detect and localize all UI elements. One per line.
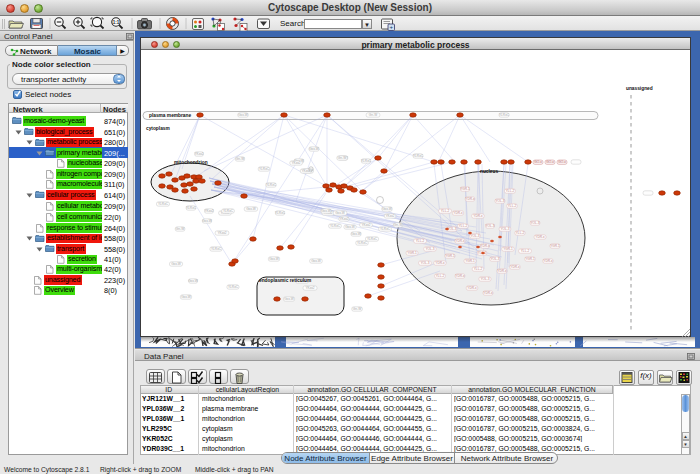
svg-text:Gxx-W: Gxx-W	[238, 113, 248, 117]
svg-text:YLRxC: YLRxC	[186, 206, 197, 210]
svg-text:YLL-2: YLL-2	[416, 239, 425, 243]
svg-text:YDR-x: YDR-x	[455, 274, 465, 278]
svg-text:YDR-x: YDR-x	[535, 235, 545, 239]
svg-text:Gxx-W: Gxx-W	[188, 279, 198, 283]
svg-text:YKxx2: YKxx2	[194, 152, 203, 156]
svg-text:unassigned: unassigned	[626, 86, 653, 91]
svg-text:YLRxC: YLRxC	[259, 167, 270, 171]
svg-text:Gxx-W: Gxx-W	[321, 209, 331, 213]
svg-text:YDR-x: YDR-x	[467, 286, 477, 290]
svg-text:Gn-W: Gn-W	[394, 223, 402, 227]
svg-text:plasma membrane: plasma membrane	[149, 113, 191, 118]
svg-text:Gxx-W: Gxx-W	[382, 207, 392, 211]
svg-text:YLL-2: YLL-2	[521, 249, 530, 253]
svg-text:YGR-1: YGR-1	[525, 257, 535, 261]
svg-text:YKxx2: YKxx2	[385, 214, 394, 218]
svg-text:YDR-x: YDR-x	[483, 291, 493, 295]
svg-text:Gxx-W: Gxx-W	[351, 232, 361, 236]
svg-text:YLRxC: YLRxC	[499, 113, 510, 117]
svg-text:YDR-x: YDR-x	[473, 214, 483, 218]
svg-text:YDR-x: YDR-x	[543, 259, 553, 263]
svg-text:YLL-2: YLL-2	[436, 274, 445, 278]
svg-text:YLL-2: YLL-2	[516, 231, 525, 235]
svg-text:Gxx-W: Gxx-W	[309, 147, 319, 151]
svg-text:GO-x: GO-x	[546, 160, 554, 164]
svg-text:Gn-W: Gn-W	[176, 227, 184, 231]
svg-text:YLRxC: YLRxC	[275, 211, 286, 215]
svg-text:YKxx2: YKxx2	[204, 209, 213, 213]
svg-text:YOL-3: YOL-3	[485, 224, 494, 228]
svg-text:YDR-x: YDR-x	[480, 244, 490, 248]
svg-text:YDR-x: YDR-x	[453, 211, 463, 215]
svg-text:YDR-x: YDR-x	[497, 269, 507, 273]
svg-text:YOL-3: YOL-3	[470, 234, 479, 238]
svg-text:YDR-x: YDR-x	[435, 261, 445, 265]
svg-text:YLRxC: YLRxC	[228, 285, 239, 289]
svg-text:YLRxC: YLRxC	[367, 237, 378, 241]
svg-text:+: +	[389, 24, 393, 30]
svg-text:YLL-2: YLL-2	[459, 224, 468, 228]
svg-text:mitochondrion: mitochondrion	[174, 160, 208, 165]
svg-text:YLRxC: YLRxC	[361, 159, 372, 163]
svg-text:YLRxC: YLRxC	[330, 224, 341, 228]
svg-text:Gn-W: Gn-W	[353, 307, 361, 311]
svg-text:YLRxC: YLRxC	[357, 241, 368, 245]
svg-text:YOL-3: YOL-3	[500, 227, 509, 231]
svg-text:YOL-3: YOL-3	[420, 261, 429, 265]
svg-text:YOL-3: YOL-3	[530, 221, 539, 225]
svg-text:Gn-W: Gn-W	[369, 113, 377, 117]
svg-text:YLRxC: YLRxC	[211, 247, 222, 251]
svg-text:YLRxC: YLRxC	[413, 154, 424, 158]
svg-text:1:1: 1:1	[113, 20, 120, 25]
svg-text:YKxx2: YKxx2	[291, 161, 300, 165]
svg-text:YGR-1: YGR-1	[550, 244, 560, 248]
svg-text:Gn-W: Gn-W	[236, 157, 244, 161]
svg-text:YLRxC: YLRxC	[380, 227, 391, 231]
svg-text:Gxx-W: Gxx-W	[311, 259, 321, 263]
svg-text:YLL-2: YLL-2	[441, 209, 450, 213]
svg-text:Gxx-W: Gxx-W	[335, 211, 345, 215]
svg-text:nucleus: nucleus	[480, 169, 498, 174]
svg-text:YGR-1: YGR-1	[407, 251, 417, 255]
svg-text:YLRxC: YLRxC	[266, 183, 277, 187]
svg-text:GO-x: GO-x	[534, 160, 542, 164]
svg-text:Gn-W: Gn-W	[338, 156, 346, 160]
svg-text:YKxx2: YKxx2	[339, 217, 348, 221]
svg-text:Gxx-W: Gxx-W	[345, 225, 355, 229]
svg-text:YKxx2: YKxx2	[301, 169, 310, 173]
svg-text:YGR-1: YGR-1	[445, 254, 455, 258]
svg-text:YGR-1: YGR-1	[465, 259, 475, 263]
svg-text:Gxx-W: Gxx-W	[202, 219, 212, 223]
svg-text:YLL-2: YLL-2	[474, 267, 483, 271]
svg-text:endoplasmic reticulum: endoplasmic reticulum	[259, 278, 311, 283]
svg-text:cytoplasm: cytoplasm	[146, 126, 170, 131]
svg-text:Gxx-W: Gxx-W	[284, 297, 294, 301]
svg-text:YLL-2: YLL-2	[506, 189, 515, 193]
svg-text:Gxx-W: Gxx-W	[171, 262, 181, 266]
svg-text:YGR-1: YGR-1	[460, 187, 470, 191]
svg-text:YGR-1: YGR-1	[503, 247, 513, 251]
svg-text:Gxx-W: Gxx-W	[269, 257, 279, 261]
svg-text:YDR-x: YDR-x	[455, 239, 465, 243]
svg-text:YDR-x: YDR-x	[465, 197, 475, 201]
svg-text:YKxx2: YKxx2	[361, 223, 370, 227]
svg-text:Gxx-W: Gxx-W	[181, 295, 191, 299]
svg-text:YOL-3: YOL-3	[447, 227, 456, 231]
svg-text:YLRxC: YLRxC	[158, 202, 169, 206]
svg-text:YLL-2: YLL-2	[508, 204, 517, 208]
svg-text:YOL-3: YOL-3	[495, 199, 504, 203]
svg-text:YOL-3: YOL-3	[480, 277, 489, 281]
svg-text:GO-x: GO-x	[558, 160, 566, 164]
svg-text:YOL-3: YOL-3	[490, 257, 499, 261]
svg-text:YDR-x: YDR-x	[510, 265, 520, 269]
svg-text:Gxx-W: Gxx-W	[246, 207, 256, 211]
svg-text:YOL-3: YOL-3	[425, 247, 434, 251]
svg-text:YLRxC: YLRxC	[223, 209, 234, 213]
svg-text:YKxx2: YKxx2	[305, 286, 314, 290]
svg-text:YKxx2: YKxx2	[217, 231, 226, 235]
